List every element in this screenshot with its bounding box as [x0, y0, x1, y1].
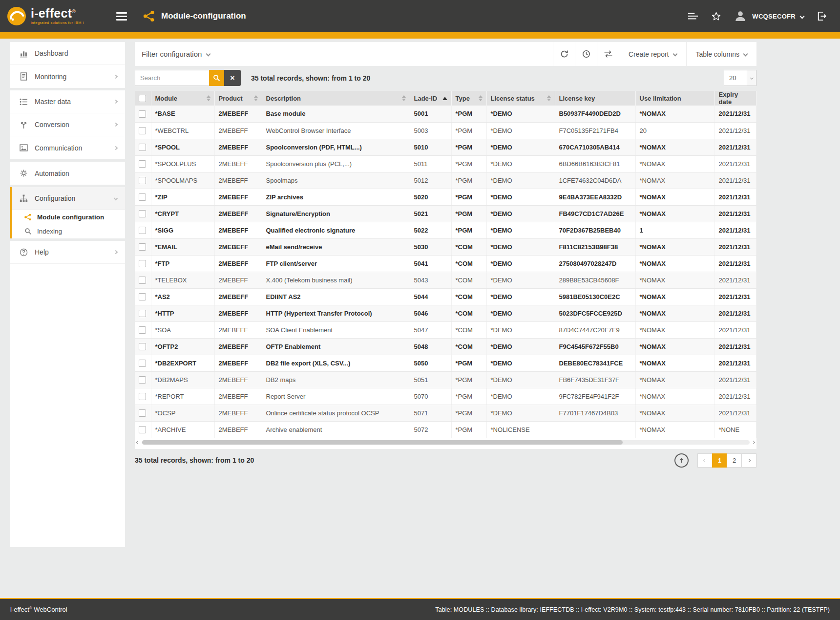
protocol-list-icon[interactable] [687, 11, 699, 21]
cell-product: 2MEBEFF [214, 139, 262, 155]
table-row[interactable]: *BASE2MEBEFFBase module5001*PGM*DEMOB509… [135, 106, 756, 122]
page-title: Module-configuration [161, 11, 246, 21]
next-page-button[interactable] [741, 453, 756, 468]
row-checkbox[interactable] [139, 293, 146, 300]
filter-configuration-toggle[interactable]: Filter configuration [135, 42, 217, 66]
column-header-type[interactable]: Type [451, 91, 486, 106]
user-menu[interactable]: WCQSECOFR [734, 9, 804, 23]
select-all-checkbox[interactable] [139, 95, 146, 102]
row-checkbox[interactable] [139, 110, 146, 118]
scroll-right-icon[interactable] [752, 440, 755, 444]
cell-product: 2MEBEFF [214, 371, 262, 388]
transfer-button[interactable] [597, 42, 619, 66]
row-checkbox[interactable] [139, 376, 146, 384]
table-row[interactable]: *TELEBOX2MEBEFFX.400 (Telekom business m… [135, 272, 756, 288]
modules-icon [23, 214, 32, 221]
user-avatar-icon [734, 9, 747, 23]
cell-license_status: *DEMO [486, 222, 555, 238]
app-logo[interactable]: i-effect® integrated solutions for IBM i [7, 6, 104, 26]
scroll-to-top-button[interactable] [674, 453, 689, 468]
table-row[interactable]: *SOA2MEBEFFSOA Client Enablement5047*COM… [135, 321, 756, 338]
table-row[interactable]: *SPOOLPLUS2MEBEFFSpoolconversion plus (P… [135, 155, 756, 172]
search-input[interactable] [135, 70, 209, 86]
column-header-description[interactable]: Description [262, 91, 410, 106]
row-checkbox[interactable] [139, 326, 146, 334]
page-button-2[interactable]: 2 [727, 453, 742, 468]
sidebar-item-help[interactable]: Help [10, 241, 125, 264]
search-button[interactable] [209, 70, 224, 86]
table-row[interactable]: *SPOOL2MEBEFFSpoolconversion (PDF, HTML.… [135, 139, 756, 155]
row-checkbox[interactable] [139, 144, 146, 151]
sidebar-item-indexing[interactable]: Indexing [12, 224, 125, 238]
sidebar-item-module-configuration[interactable]: Module configuration [12, 210, 125, 224]
table-row[interactable]: *ZIP2MEBEFFZIP archives5020*PGM*DEMO9E4B… [135, 189, 756, 205]
row-checkbox[interactable] [139, 393, 146, 400]
sidebar-item-monitoring[interactable]: Monitoring [10, 65, 125, 88]
sidebar-item-master-data[interactable]: Master data [10, 90, 125, 113]
row-checkbox[interactable] [139, 426, 146, 433]
table-row[interactable]: *DB2EXPORT2MEBEFFDB2 file export (XLS, C… [135, 355, 756, 371]
row-checkbox[interactable] [139, 260, 146, 267]
cell-license_key: 5023DFC5FCCE925D [555, 305, 635, 321]
clear-search-button[interactable]: × [224, 70, 241, 86]
row-checkbox[interactable] [139, 343, 146, 350]
cell-use_limitation: 20 [635, 122, 714, 139]
row-checkbox[interactable] [139, 127, 146, 134]
table-row[interactable]: *SPOOLMAPS2MEBEFFSpoolmaps5012*PGM*DEMO1… [135, 172, 756, 189]
checkbox-cell [135, 288, 151, 305]
table-body: *BASE2MEBEFFBase module5001*PGM*DEMOB509… [135, 106, 756, 438]
page-size-select[interactable]: 20 [724, 70, 756, 86]
scroll-left-icon[interactable] [136, 440, 140, 444]
column-header-lade_id[interactable]: Lade-ID [410, 91, 451, 106]
sidebar-item-conversion[interactable]: Conversion [10, 113, 125, 136]
row-checkbox[interactable] [139, 360, 146, 367]
prev-page-button[interactable] [697, 453, 713, 468]
logout-icon[interactable] [816, 10, 827, 22]
row-checkbox[interactable] [139, 310, 146, 317]
row-checkbox[interactable] [139, 160, 146, 168]
cell-type: *PGM [451, 139, 486, 155]
cell-license_key: 9E4BA373EEA8332D [555, 189, 635, 205]
sidebar-item-configuration[interactable]: Configuration [12, 187, 125, 210]
create-report-button[interactable]: Create report [619, 42, 686, 66]
table-row[interactable]: *EMAIL2MEBEFFeMail send/receive5030*COM*… [135, 238, 756, 255]
page-button-1[interactable]: 1 [712, 453, 727, 468]
row-checkbox[interactable] [139, 243, 146, 251]
horizontal-scrollbar[interactable] [135, 438, 756, 448]
table-row[interactable]: *SIGG2MEBEFFQualified electronic signatu… [135, 222, 756, 238]
footer-status-info: Table: MODULES :: Database library: IEFF… [435, 606, 830, 613]
table-row[interactable]: *DB2MAPS2MEBEFFDB2 maps5051*PGM*DEMOFB6F… [135, 371, 756, 388]
table-row[interactable]: *CRYPT2MEBEFFSignature/Encryption5021*PG… [135, 205, 756, 222]
cell-description: Onlince certificate status protocol OCSP [262, 405, 410, 421]
table-row[interactable]: *WEBCTRL2MEBEFFWebControl Browser Interf… [135, 122, 756, 139]
table-columns-button[interactable]: Table columns [686, 42, 757, 66]
table-row[interactable]: *HTTP2MEBEFFHTTP (Hypertext Transfer Pro… [135, 305, 756, 321]
row-checkbox[interactable] [139, 210, 146, 217]
cell-product: 2MEBEFF [214, 272, 262, 288]
table-row[interactable]: *FTP2MEBEFFFTP client/server5041*COM*DEM… [135, 255, 756, 272]
history-clock-button[interactable] [575, 42, 597, 66]
row-checkbox[interactable] [139, 277, 146, 284]
table-row[interactable]: *OFTP22MEBEFFOFTP Enablement5048*COM*DEM… [135, 338, 756, 355]
favorites-star-icon[interactable] [711, 11, 722, 22]
row-checkbox[interactable] [139, 409, 146, 417]
row-checkbox[interactable] [139, 193, 146, 201]
sidebar-item-dashboard[interactable]: Dashboard [10, 42, 125, 65]
cell-lade_id: 5047 [410, 321, 451, 338]
column-header-product[interactable]: Product [214, 91, 262, 106]
table-row[interactable]: *REPORT2MEBEFFReport Server5070*PGM*DEMO… [135, 388, 756, 405]
sidebar-item-communication[interactable]: Communication [10, 136, 125, 159]
column-header-module[interactable]: Module [151, 91, 214, 106]
column-header-license_status[interactable]: License status [486, 91, 555, 106]
cell-license_status: *DEMO [486, 139, 555, 155]
row-checkbox[interactable] [139, 177, 146, 184]
table-row[interactable]: *AS22MEBEFFEDIINT AS25044*COM*DEMO5981BE… [135, 288, 756, 305]
table-row[interactable]: *OCSP2MEBEFFOnlince certificate status p… [135, 405, 756, 421]
menu-toggle-button[interactable] [114, 8, 129, 24]
row-checkbox[interactable] [139, 227, 146, 234]
sidebar-item-automation[interactable]: Automation [10, 162, 125, 185]
refresh-button[interactable] [553, 42, 575, 66]
scrollbar-thumb[interactable] [142, 440, 623, 445]
table-row[interactable]: *ARCHIVE2MEBEFFArchive enablement5072*PG… [135, 421, 756, 438]
scrollbar-track[interactable] [142, 440, 750, 445]
